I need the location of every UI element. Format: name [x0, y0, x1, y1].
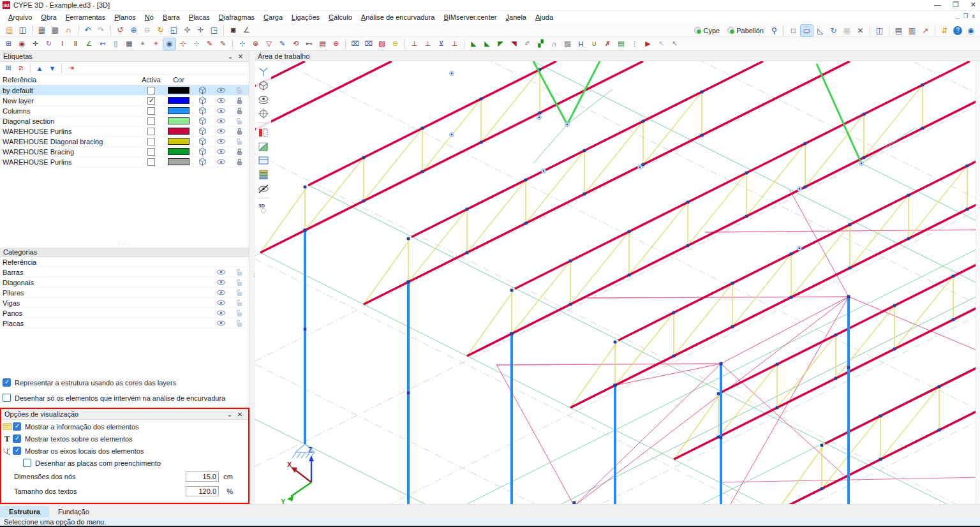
layer-visibility-icon[interactable]	[212, 107, 230, 115]
hammock-icon[interactable]: ∪	[588, 38, 600, 50]
object-snap-icon[interactable]: ∩	[63, 24, 75, 36]
tab-estrutura[interactable]: Estrutura	[0, 506, 49, 517]
hatch-icon[interactable]: ▨	[561, 38, 574, 50]
rotate-axis-icon[interactable]: ⟲	[290, 38, 302, 50]
layer-3d-icon[interactable]	[193, 85, 212, 95]
view-option-checkbox-3[interactable]	[23, 459, 31, 467]
category-row-panos[interactable]: Panos	[0, 308, 249, 318]
preview-icon[interactable]: ◙	[227, 24, 239, 36]
menu-liga-es[interactable]: Ligações	[287, 12, 324, 22]
menu-diafragmas[interactable]: Diafragmas	[214, 12, 259, 22]
cube-view-icon[interactable]	[257, 79, 270, 91]
window-layout-icon[interactable]: ◫	[873, 25, 886, 36]
zoom-percent-icon[interactable]: ⊖	[141, 24, 153, 36]
move-view-icon[interactable]: ✛	[195, 24, 207, 36]
move-structure-icon[interactable]: ✛	[29, 38, 41, 50]
node-remove-icon[interactable]: ⊗	[249, 38, 262, 50]
menu-bimserver-center[interactable]: BIMserver.center	[439, 12, 501, 22]
pointer-icon[interactable]: ↖	[669, 38, 681, 50]
layers-view-icon[interactable]	[257, 168, 270, 181]
maximize-button[interactable]: ❐	[953, 1, 959, 9]
view-option-checkbox-0[interactable]	[13, 422, 21, 431]
window-view-icon[interactable]	[257, 154, 270, 167]
update-icon[interactable]: ⇵	[939, 25, 951, 36]
profile-H-icon[interactable]: H	[575, 38, 587, 50]
tab-fundao[interactable]: Fundação	[49, 506, 98, 517]
pabellon-project[interactable]: Pabellón	[727, 27, 764, 34]
mdi-minimize-icon[interactable]: _	[956, 13, 959, 19]
layer-visibility-icon[interactable]	[212, 147, 230, 156]
pen-ground-icon[interactable]: ✎	[217, 38, 229, 50]
layer-color-swatch[interactable]	[168, 97, 189, 104]
axes-tripod-icon[interactable]	[257, 65, 270, 77]
wizard-icon[interactable]: ▶	[642, 38, 654, 50]
gen-panel4-icon[interactable]: ◥	[508, 38, 520, 50]
menu-n-[interactable]: Nó	[140, 12, 158, 22]
plotter-icon[interactable]: ▥	[906, 25, 918, 36]
category-visibility-icon[interactable]	[212, 319, 230, 327]
layer-color-swatch[interactable]	[168, 138, 189, 145]
category-visibility-icon[interactable]	[212, 278, 230, 286]
layer-active-checkbox[interactable]	[147, 138, 155, 145]
section-view-icon[interactable]	[257, 126, 270, 138]
measure-icon[interactable]: ∠	[241, 24, 253, 36]
category-lock-icon[interactable]	[230, 288, 249, 297]
new-view-icon[interactable]: ⊞	[3, 38, 15, 50]
layer-visibility-icon[interactable]	[212, 117, 230, 125]
layer-3d-icon[interactable]	[193, 137, 212, 146]
roller-icon[interactable]: ⊖	[389, 38, 401, 50]
export-icon[interactable]: ↗	[919, 25, 932, 36]
printer-icon[interactable]: ▤	[893, 25, 905, 36]
menu-obra[interactable]: Obra	[36, 12, 61, 22]
axis-minus-icon[interactable]: ⊹	[190, 38, 202, 50]
layer-lock-icon[interactable]	[230, 127, 249, 135]
mdi-window-controls[interactable]: _ ❐ x	[956, 13, 975, 19]
layer-active-checkbox[interactable]	[147, 128, 155, 135]
view-option-row-3[interactable]: Desenhar as placas com preenchimento	[1, 457, 248, 468]
arc-icon[interactable]: ∩	[548, 38, 560, 50]
help-icon[interactable]: ?	[953, 26, 962, 35]
bar-props-icon[interactable]: ▤	[316, 38, 329, 50]
bar-describe-icon[interactable]: Ⅱ	[70, 38, 82, 50]
print-frames-icon[interactable]: ▩	[49, 24, 61, 36]
category-lock-icon[interactable]	[230, 309, 249, 317]
node-flag-icon[interactable]: ▽	[263, 38, 275, 50]
layer-active-checkbox[interactable]	[147, 87, 155, 94]
layer-3d-icon[interactable]	[193, 147, 212, 156]
menu-janela[interactable]: Janela	[501, 12, 531, 22]
layer-row-7[interactable]: WAREHOUSE Purlins	[0, 157, 249, 167]
layer-3d-icon[interactable]	[193, 157, 212, 167]
category-visibility-icon[interactable]	[212, 299, 230, 307]
layer-active-checkbox[interactable]	[147, 107, 155, 115]
view-3d-settings-icon[interactable]: 3D	[257, 202, 270, 214]
move-up-icon[interactable]: ▲	[34, 63, 45, 73]
link-bars-icon[interactable]: ⊷	[303, 38, 315, 50]
menu-ferramentas[interactable]: Ferramentas	[61, 12, 110, 22]
only-buckling-checkbox[interactable]	[3, 394, 11, 402]
gen-panel2-icon[interactable]: ◣	[481, 38, 493, 50]
menu-an-lise-de-encurvadura[interactable]: Análise de encurvadura	[357, 12, 440, 22]
panel-splitter[interactable]: ⋮	[249, 51, 255, 504]
delete-layer-icon[interactable]: ⧄	[15, 63, 27, 73]
layer-row-5[interactable]: WAREHOUSE Diagonal bracing	[0, 137, 249, 147]
use-layer-colors-option[interactable]: Representar a estrutura usando as cores …	[0, 378, 176, 387]
menu-planos[interactable]: Planos	[110, 12, 140, 22]
category-visibility-icon[interactable]	[212, 309, 230, 317]
axis-plus-icon[interactable]: ⊹	[177, 38, 189, 50]
layer-row-6[interactable]: WAREHOUSE Bracing	[0, 147, 249, 157]
grid-icon[interactable]: ▦	[841, 25, 853, 36]
layer-color-swatch[interactable]	[168, 117, 189, 124]
close-button[interactable]: ✕	[970, 1, 976, 9]
layer-row-2[interactable]: Columns	[0, 106, 249, 116]
layer-visibility-icon[interactable]	[212, 96, 230, 105]
view-option-row-0[interactable]: Mostrar a informação dos elementos	[1, 421, 248, 432]
move-down-icon[interactable]: ▼	[47, 63, 58, 73]
layer-lock-icon[interactable]	[230, 158, 249, 166]
category-visibility-icon[interactable]	[212, 268, 230, 276]
layer-visibility-icon[interactable]	[212, 137, 230, 145]
bars-pair-icon[interactable]: ▞	[535, 38, 547, 50]
layer-lock-icon[interactable]	[230, 117, 249, 125]
rename-layer-icon[interactable]: ⇥	[65, 63, 77, 73]
grid-bars-icon[interactable]: ▦	[123, 38, 135, 50]
undo-icon[interactable]: ↶	[82, 24, 94, 36]
